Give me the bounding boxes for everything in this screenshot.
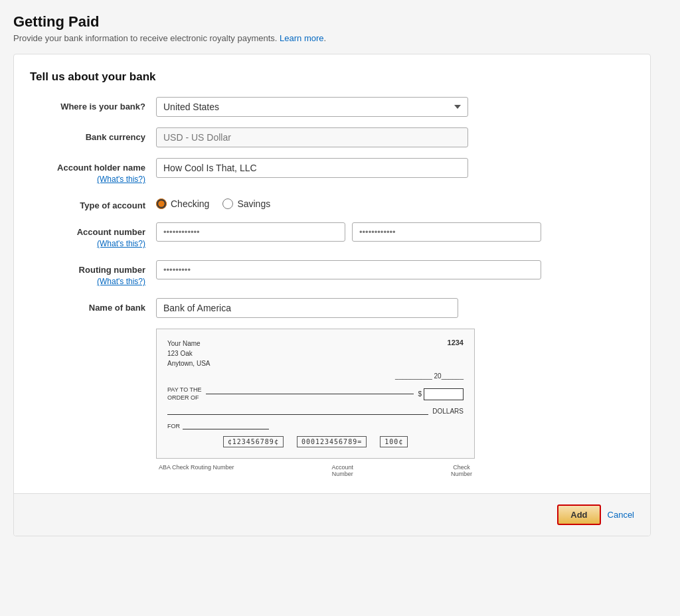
bank-location-control: United States <box>156 97 634 117</box>
card-title: Tell us about your bank <box>30 70 634 84</box>
account-number-label: Account number (What's this?) <box>30 222 156 250</box>
account-holder-label: Account holder name (What's this?) <box>30 158 156 185</box>
routing-number-whats-this-link[interactable]: (What's this?) <box>30 276 145 287</box>
micr-account: 000123456789= <box>297 436 367 447</box>
account-number-inputs <box>156 222 541 242</box>
add-button[interactable]: Add <box>557 504 600 525</box>
bank-country-select[interactable]: United States <box>156 97 468 117</box>
checking-option[interactable]: Checking <box>156 198 209 209</box>
bank-name-row: Name of bank <box>30 298 634 318</box>
check-dollars-line: DOLLARS <box>167 408 464 415</box>
check-dollars-label: DOLLARS <box>432 408 464 415</box>
check-image: Your Name 123 Oak Anytown, USA 1234 ____… <box>156 329 475 458</box>
account-number-row: Account number (What's this?) <box>30 222 634 250</box>
check-number: 1234 <box>448 339 464 368</box>
check-name-block: Your Name 123 Oak Anytown, USA <box>167 339 210 368</box>
check-labels-row: ABA Check Routing Number AccountNumber C… <box>156 464 475 477</box>
check-top-row: Your Name 123 Oak Anytown, USA 1234 <box>167 339 464 368</box>
check-micr-row: ¢123456789¢ 000123456789= 100¢ <box>167 436 464 447</box>
label-routing: ABA Check Routing Number <box>159 464 234 477</box>
routing-number-row: Routing number (What's this?) <box>30 260 634 287</box>
page-header: Getting Paid Provide your bank informati… <box>13 13 667 43</box>
check-pay-line <box>206 394 414 394</box>
check-name-line3: Anytown, USA <box>167 358 210 368</box>
savings-radio[interactable] <box>222 198 233 209</box>
bank-location-label: Where is your bank? <box>30 97 156 113</box>
bank-currency-input[interactable] <box>156 127 468 147</box>
bank-currency-control <box>156 127 634 147</box>
routing-number-control <box>156 260 634 279</box>
check-dollar-input <box>424 388 464 400</box>
check-diagram: Your Name 123 Oak Anytown, USA 1234 ____… <box>156 329 475 477</box>
check-dollars-underline <box>167 414 428 415</box>
page-title: Getting Paid <box>13 13 667 31</box>
micr-routing: ¢123456789¢ <box>223 436 284 447</box>
bank-name-label: Name of bank <box>30 298 156 314</box>
learn-more-link[interactable]: Learn more <box>280 33 323 43</box>
bank-name-input[interactable] <box>156 298 458 318</box>
account-number-whats-this-link[interactable]: (What's this?) <box>30 238 145 250</box>
account-holder-input[interactable] <box>156 158 468 178</box>
check-dollar-box: $ <box>418 388 464 400</box>
card-footer: Add Cancel <box>14 493 650 536</box>
check-for-row: FOR <box>167 423 464 429</box>
account-type-radio-group: Checking Savings <box>156 196 634 209</box>
check-name-line1: Your Name <box>167 339 210 348</box>
account-number-input-2[interactable] <box>352 222 541 242</box>
check-for-label: FOR <box>167 423 180 429</box>
bank-name-control <box>156 298 634 318</box>
bank-currency-row: Bank currency <box>30 127 634 147</box>
account-holder-control <box>156 158 634 178</box>
account-type-control: Checking Savings <box>156 196 634 209</box>
account-number-input-1[interactable] <box>156 222 345 242</box>
account-holder-row: Account holder name (What's this?) <box>30 158 634 185</box>
checking-radio[interactable] <box>156 198 167 209</box>
page-subtitle: Provide your bank information to receive… <box>13 33 667 43</box>
label-check: CheckNumber <box>451 464 472 477</box>
bank-currency-label: Bank currency <box>30 127 156 143</box>
bank-form-card: Tell us about your bank Where is your ba… <box>13 54 651 536</box>
account-type-row: Type of account Checking Savings <box>30 196 634 212</box>
savings-option[interactable]: Savings <box>222 198 270 209</box>
account-number-control <box>156 222 634 242</box>
cancel-button[interactable]: Cancel <box>608 510 634 520</box>
check-date-row: __________ 20______ <box>167 372 464 380</box>
routing-number-input[interactable] <box>156 260 541 279</box>
savings-label: Savings <box>237 198 270 209</box>
label-account: AccountNumber <box>332 464 354 477</box>
account-type-label: Type of account <box>30 196 156 212</box>
check-pay-label: PAY TO THEORDER OF <box>167 386 202 402</box>
check-for-line <box>183 429 269 429</box>
dollar-sign: $ <box>418 390 422 398</box>
micr-check: 100¢ <box>380 436 408 447</box>
routing-number-label: Routing number (What's this?) <box>30 260 156 287</box>
checking-label: Checking <box>171 198 209 209</box>
account-holder-whats-this-link[interactable]: (What's this?) <box>30 174 145 185</box>
check-name-line2: 123 Oak <box>167 348 210 358</box>
subtitle-text: Provide your bank information to receive… <box>13 33 280 43</box>
bank-location-row: Where is your bank? United States <box>30 97 634 117</box>
check-pay-row: PAY TO THEORDER OF $ <box>167 386 464 402</box>
